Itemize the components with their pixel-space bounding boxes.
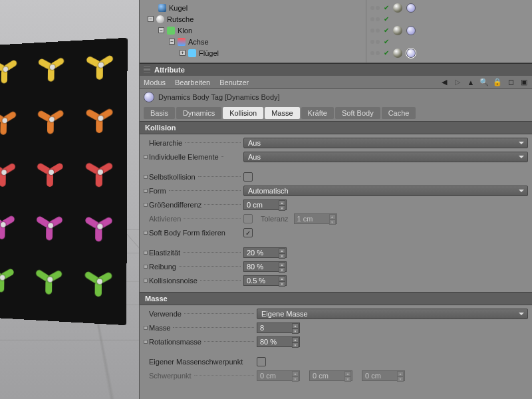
- label-masse: Masse: [149, 324, 170, 332]
- label-kollisionsnoise: Kollisionsnoise: [149, 277, 198, 285]
- input-groessendifferenz[interactable]: 0 cm▲▼: [243, 200, 287, 210]
- grip-icon[interactable]: [144, 66, 150, 73]
- tree-item-achse[interactable]: −Achse: [142, 36, 363, 47]
- lock-icon[interactable]: 🔒: [493, 78, 501, 86]
- dropdown-individuelle-elemente[interactable]: Aus: [243, 152, 528, 162]
- checkbox-eigener-schwerpunkt[interactable]: [257, 357, 266, 366]
- tab-bar: Basis Dynamics Kollision Masse Kräfte So…: [140, 105, 532, 121]
- element-title: Dynamics Body Tag [Dynamics Body]: [158, 93, 280, 101]
- nav-back-icon[interactable]: ◀: [440, 78, 448, 86]
- material-tag-icon[interactable]: [393, 26, 402, 35]
- 3d-viewport[interactable]: [0, 0, 140, 399]
- label-groessendifferenz: Größendifferenz: [149, 201, 201, 209]
- check-icon[interactable]: ✔: [384, 15, 389, 23]
- label-form: Form: [149, 187, 166, 195]
- cloner-icon: [167, 27, 175, 35]
- label-individuelle-elemente: Individuelle Elemente: [149, 153, 219, 161]
- tree-item-fluegel[interactable]: +Flügel: [142, 47, 363, 59]
- null-icon: [156, 15, 164, 23]
- check-icon[interactable]: ✔: [384, 49, 389, 57]
- dynamics-tag-icon[interactable]: [406, 3, 416, 13]
- tree-item-klon[interactable]: −Klon: [142, 25, 363, 36]
- collapse-icon[interactable]: −: [169, 39, 175, 45]
- plane-icon: [188, 49, 196, 57]
- new-window-icon[interactable]: ◻: [507, 78, 515, 86]
- tree-item-kugel[interactable]: Kugel: [142, 2, 363, 13]
- section-header-masse: Masse: [140, 292, 532, 305]
- add-icon[interactable]: ▣: [520, 78, 528, 86]
- up-icon[interactable]: ▲: [467, 78, 475, 86]
- input-elastizitaet[interactable]: 20 %▲▼: [243, 247, 287, 258]
- object-manager[interactable]: Kugel −Rutsche −Klon −Achse +Flügel ✔ ✔ …: [140, 0, 532, 63]
- dropdown-form[interactable]: Automatisch: [243, 186, 528, 196]
- input-schwerpunkt-x: 0 cm▲▼: [257, 370, 300, 381]
- input-masse[interactable]: 8▲▼: [257, 323, 300, 333]
- axis-icon: [178, 38, 186, 46]
- dynamics-tag-icon[interactable]: [406, 49, 416, 58]
- label-rotationsmasse: Rotationsmasse: [149, 338, 201, 346]
- label-schwerpunkt: Schwerpunkt: [149, 372, 192, 380]
- input-schwerpunkt-z: 0 cm▲▼: [362, 370, 405, 381]
- dropdown-hierarchie[interactable]: Aus: [243, 138, 528, 148]
- check-icon[interactable]: ✔: [384, 4, 389, 11]
- input-schwerpunkt-y: 0 cm▲▼: [309, 370, 352, 381]
- menu-modus[interactable]: Modus: [144, 78, 166, 86]
- checkbox-softbody-fixieren[interactable]: ✓: [243, 228, 253, 237]
- tab-kraefte[interactable]: Kräfte: [301, 107, 334, 119]
- check-icon[interactable]: ✔: [384, 38, 389, 45]
- dynamics-tag-icon: [144, 92, 154, 102]
- tab-cache[interactable]: Cache: [382, 107, 416, 119]
- check-icon[interactable]: ✔: [384, 27, 389, 34]
- input-kollisionsnoise[interactable]: 0.5 %▲▼: [243, 275, 287, 286]
- material-tag-icon[interactable]: [393, 49, 402, 58]
- dropdown-verwende[interactable]: Eigene Masse: [257, 309, 528, 319]
- input-reibung[interactable]: 80 %▲▼: [243, 261, 287, 272]
- material-tag-icon[interactable]: [393, 3, 402, 13]
- label-aktivieren: Aktivieren: [149, 215, 181, 223]
- tree-label: Flügel: [199, 49, 219, 57]
- tree-label: Achse: [188, 38, 209, 46]
- search-icon[interactable]: 🔍: [480, 78, 488, 86]
- collapse-icon[interactable]: −: [158, 27, 164, 33]
- tab-kollision[interactable]: Kollision: [223, 107, 263, 119]
- attribute-manager: Attribute Modus Bearbeiten Benutzer ◀ ▷ …: [140, 63, 532, 399]
- tab-dynamics[interactable]: Dynamics: [176, 107, 221, 119]
- label-verwende: Verwende: [149, 310, 182, 318]
- nav-fwd-icon[interactable]: ▷: [454, 78, 462, 86]
- input-rotationsmasse[interactable]: 80 %▲▼: [257, 336, 300, 347]
- tab-basis[interactable]: Basis: [144, 107, 175, 119]
- label-hierarchie: Hierarchie: [149, 139, 182, 147]
- label-reibung: Reibung: [149, 263, 176, 271]
- panel-title: Attribute: [154, 66, 185, 74]
- section-header-kollision: Kollision: [140, 121, 532, 134]
- viewport-board: [0, 38, 128, 325]
- expand-icon[interactable]: +: [180, 50, 186, 56]
- tree-label: Kugel: [169, 4, 188, 12]
- collapse-icon[interactable]: −: [148, 16, 154, 22]
- panel-header[interactable]: Attribute: [140, 64, 532, 76]
- label-eigener-schwerpunkt: Eigener Massenschwerpunkt: [149, 358, 243, 366]
- label-toleranz: Toleranz: [261, 215, 289, 223]
- label-selbstkollision: Selbstkollision: [149, 173, 196, 181]
- tree-label: Rutsche: [167, 15, 194, 23]
- input-toleranz: 1 cm▲▼: [294, 213, 337, 224]
- checkbox-selbstkollision[interactable]: [243, 172, 253, 182]
- dynamics-tag-icon[interactable]: [406, 26, 416, 35]
- tree-label: Klon: [178, 27, 192, 35]
- tree-item-rutsche[interactable]: −Rutsche: [142, 13, 363, 25]
- menu-bearbeiten[interactable]: Bearbeiten: [175, 78, 210, 86]
- sphere-icon: [158, 4, 166, 12]
- tab-softbody[interactable]: Soft Body: [335, 107, 380, 119]
- checkbox-aktivieren[interactable]: [243, 214, 253, 223]
- label-elastizitaet: Elastizität: [149, 249, 180, 257]
- label-softbody-fixieren: Soft Body Form fixieren: [149, 229, 225, 237]
- menu-benutzer[interactable]: Benutzer: [219, 78, 249, 86]
- tab-masse[interactable]: Masse: [265, 107, 299, 119]
